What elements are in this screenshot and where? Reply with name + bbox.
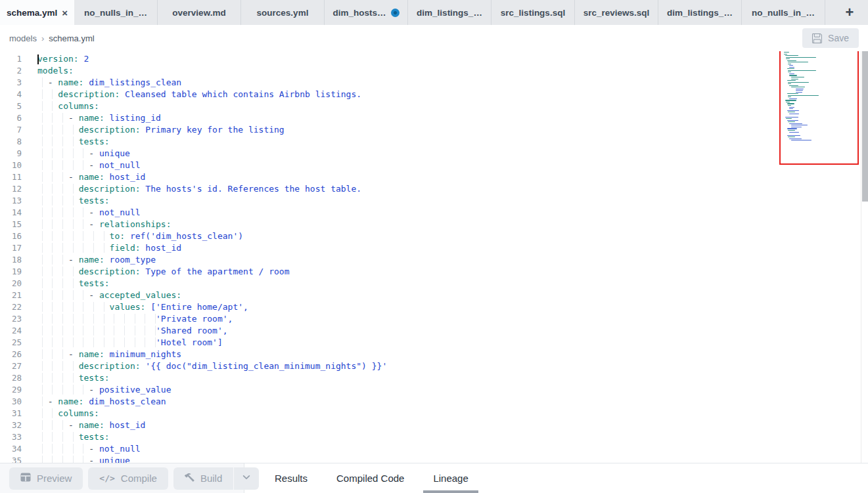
code-text: description: The hosts's id. References …	[22, 183, 361, 195]
tab-dim_listings__[interactable]: dim_listings_…	[658, 0, 742, 25]
code-line[interactable]: 5 columns:	[0, 100, 868, 112]
code-line[interactable]: 23 'Private room',	[0, 313, 868, 325]
code-line[interactable]: 10 - not_null	[0, 160, 868, 171]
preview-button[interactable]: Preview	[9, 467, 83, 490]
line-number: 16	[0, 230, 22, 242]
code-line[interactable]: 30 - name: dim_hosts_clean	[0, 396, 868, 408]
tab-src_listings.sql[interactable]: src_listings.sql	[491, 0, 575, 25]
minimap-line	[789, 139, 802, 139]
minimap-line	[788, 72, 791, 72]
code-line[interactable]: 29 - positive_value	[0, 384, 868, 396]
code-line[interactable]: 18 - name: room_type	[0, 254, 868, 266]
code-line[interactable]: 9 - unique	[0, 148, 868, 160]
close-icon[interactable]: ×	[62, 8, 68, 18]
minimap-line	[784, 52, 789, 53]
code-text: - name: dim_hosts_clean	[22, 396, 166, 408]
code-line[interactable]: 25 'Hotel room']	[0, 337, 868, 349]
minimap-line	[789, 85, 798, 86]
save-button[interactable]: Save	[802, 28, 859, 48]
code-line[interactable]: 24 'Shared room',	[0, 325, 868, 337]
breadcrumb-models[interactable]: models	[9, 33, 37, 43]
tab-dim_listings__[interactable]: dim_listings_…	[408, 0, 491, 25]
code-line[interactable]: 16 to: ref('dim_hosts_clean')	[0, 230, 868, 242]
code-area[interactable]: 1version: 22models:3 - name: dim_listing…	[0, 51, 868, 463]
code-line[interactable]: 1version: 2	[0, 53, 868, 65]
minimap-line	[787, 68, 795, 69]
code-text: description: Type of the apartment / roo…	[22, 266, 290, 278]
code-line[interactable]: 33 tests:	[0, 431, 868, 443]
code-line[interactable]: 13 tests:	[0, 195, 868, 207]
code-line[interactable]: 7 description: Primary key for the listi…	[0, 124, 868, 136]
tab-schema.yml[interactable]: schema.yml×	[0, 0, 74, 25]
minimap-line	[788, 83, 791, 84]
code-line[interactable]: 28 tests:	[0, 372, 868, 384]
minimap-line	[787, 60, 796, 61]
line-number: 10	[0, 160, 22, 171]
chevron-down-icon	[242, 473, 251, 484]
line-number: 34	[0, 443, 22, 455]
code-line[interactable]: 31 columns:	[0, 408, 868, 419]
code-line[interactable]: 20 tests:	[0, 278, 868, 289]
code-line[interactable]: 17 field: host_id	[0, 242, 868, 254]
tab-label: sources.yml	[257, 8, 309, 18]
compile-button[interactable]: </> Compile	[88, 467, 168, 490]
tab-label: schema.yml	[7, 8, 57, 18]
code-line[interactable]: 6 - name: listing_id	[0, 112, 868, 124]
line-number: 18	[0, 254, 22, 266]
code-line[interactable]: 19 description: Type of the apartment / …	[0, 266, 868, 278]
code-text: - name: host_id	[22, 419, 145, 431]
tab-compiled-code[interactable]: Compiled Code	[322, 463, 419, 493]
tab-bar-spacer	[825, 0, 838, 25]
code-text: 'Private room',	[22, 313, 233, 325]
code-line[interactable]: 21 - accepted_values:	[0, 289, 868, 301]
code-line[interactable]: 35 - unique	[0, 455, 868, 463]
line-number: 31	[0, 408, 22, 419]
build-dropdown-button[interactable]	[233, 467, 259, 490]
tab-results[interactable]: Results	[260, 463, 322, 493]
code-line[interactable]: 34 - not_null	[0, 443, 868, 455]
code-line[interactable]: 4 description: Cleansed table which cont…	[0, 89, 868, 100]
line-number: 32	[0, 419, 22, 431]
line-number: 22	[0, 301, 22, 313]
tab-dim_hosts_[interactable]: dim_hosts…	[325, 0, 408, 25]
minimap-line	[788, 105, 791, 106]
tab-label: overview.md	[172, 8, 225, 18]
code-line[interactable]: 2models:	[0, 65, 868, 77]
line-number: 12	[0, 183, 22, 195]
code-line[interactable]: 14 - not_null	[0, 207, 868, 219]
minimap-line	[788, 82, 809, 83]
tab-lineage[interactable]: Lineage	[419, 463, 482, 493]
code-line[interactable]: 11 - name: host_id	[0, 171, 868, 183]
editor-tab-bar: schema.yml×no_nulls_in_…overview.mdsourc…	[0, 0, 868, 25]
build-button[interactable]: Build	[173, 467, 233, 490]
editor-scrollbar-thumb[interactable]	[862, 51, 868, 202]
tab-no_nulls_in__[interactable]: no_nulls_in_…	[74, 0, 158, 25]
line-number: 14	[0, 207, 22, 219]
tab-overview.md[interactable]: overview.md	[158, 0, 241, 25]
code-line[interactable]: 8 tests:	[0, 136, 868, 148]
code-text: - name: listing_id	[22, 112, 161, 124]
code-line[interactable]: 12 description: The hosts's id. Referenc…	[0, 183, 868, 195]
editor-scrollbar-track[interactable]	[861, 51, 868, 463]
code-line[interactable]: 26 - name: minimum_nights	[0, 349, 868, 360]
code-text: - name: host_id	[22, 171, 145, 183]
code-line[interactable]: 3 - name: dim_listings_clean	[0, 77, 868, 89]
code-line[interactable]: 27 description: '{{ doc("dim_listing_cle…	[0, 360, 868, 372]
tab-src_reviews.sql[interactable]: src_reviews.sql	[575, 0, 658, 25]
new-tab-button[interactable]: +	[838, 0, 861, 25]
code-text: 'Hotel room']	[22, 337, 223, 349]
minimap-line	[789, 67, 794, 68]
code-editor[interactable]: 1version: 22models:3 - name: dim_listing…	[0, 51, 868, 463]
line-number: 25	[0, 337, 22, 349]
code-line[interactable]: 32 - name: host_id	[0, 419, 868, 431]
minimap-line	[788, 112, 795, 112]
code-line[interactable]: 22 values: ['Entire home/apt',	[0, 301, 868, 313]
minimap-highlighted[interactable]	[779, 51, 859, 165]
code-line[interactable]: 15 - relationships:	[0, 219, 868, 230]
tab-no_nulls_in__[interactable]: no_nulls_in_…	[742, 0, 825, 25]
save-button-label: Save	[828, 33, 849, 43]
line-number: 23	[0, 313, 22, 325]
tab-sources.yml[interactable]: sources.yml	[241, 0, 325, 25]
tab-label: src_reviews.sql	[583, 8, 650, 18]
code-text: - not_null	[22, 160, 141, 171]
